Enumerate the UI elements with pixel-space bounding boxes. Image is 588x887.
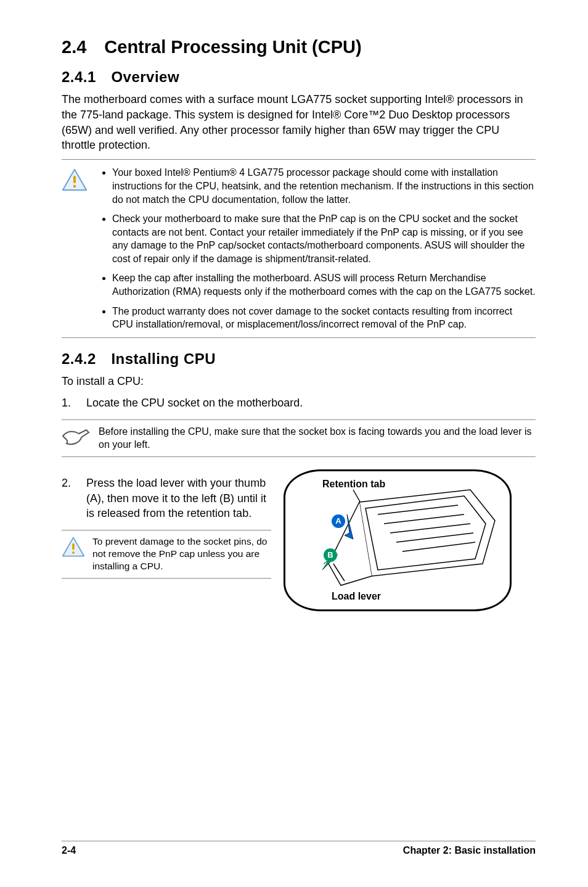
svg-rect-0: [73, 176, 76, 183]
warning-bullet-4: The product warranty does not cover dama…: [112, 305, 536, 331]
warning-bullet-3: Keep the cap after installing the mother…: [112, 271, 536, 298]
step-1-number: 1.: [62, 395, 86, 411]
marker-b: B: [324, 548, 337, 562]
warning-callout-2: To prevent damage to the socket pins, do…: [62, 530, 271, 578]
marker-a: A: [332, 514, 345, 528]
warning-icon: [62, 166, 99, 331]
cpu-socket-diagram: Retention tab Load lever: [284, 469, 512, 611]
warning-bullet-1: Your boxed Intel® Pentium® 4 LGA775 proc…: [112, 166, 536, 206]
page-number: 2-4: [62, 845, 76, 856]
note-callout-1: Before installing the CPU, make sure tha…: [62, 419, 536, 457]
section-title: 2.4 Central Processing Unit (CPU): [62, 37, 536, 57]
note-icon: [62, 425, 99, 452]
step-2: 2. Press the load lever with your thumb …: [62, 476, 271, 521]
subsection-242-heading: 2.4.2 Installing CPU: [62, 350, 536, 368]
step-2-text: Press the load lever with your thumb (A)…: [86, 476, 271, 521]
chapter-label: Chapter 2: Basic installation: [403, 845, 536, 856]
warning-2-text: To prevent damage to the socket pins, do…: [92, 535, 271, 572]
step-1: 1. Locate the CPU socket on the motherbo…: [62, 395, 536, 411]
note-text: Before installing the CPU, make sure tha…: [99, 425, 536, 452]
warning-icon-small: [62, 535, 92, 572]
warning-callout-1: Your boxed Intel® Pentium® 4 LGA775 proc…: [62, 159, 536, 338]
svg-point-3: [72, 551, 75, 554]
step-2-number: 2.: [62, 476, 86, 521]
subsection-241-heading: 2.4.1 Overview: [62, 68, 536, 86]
svg-point-1: [73, 185, 76, 188]
warning-bullet-2: Check your motherboard to make sure that…: [112, 212, 536, 265]
svg-rect-2: [72, 543, 75, 550]
overview-paragraph: The motherboard comes with a surface mou…: [62, 92, 536, 153]
page-footer: 2-4 Chapter 2: Basic installation: [62, 841, 536, 856]
step-1-text: Locate the CPU socket on the motherboard…: [86, 395, 303, 411]
install-intro: To install a CPU:: [62, 374, 536, 389]
